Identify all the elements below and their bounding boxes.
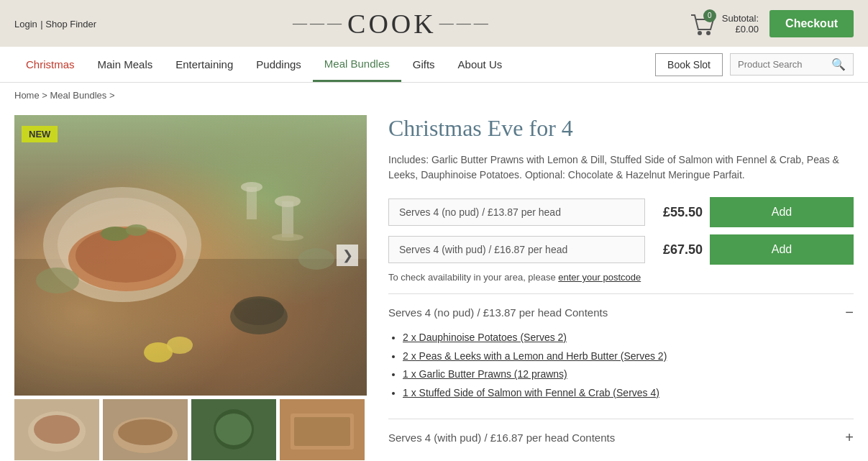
thumbnail-2[interactable] [103,399,188,460]
contents-toggle-1[interactable]: − [845,304,854,321]
search-area: 🔍 [730,53,854,76]
search-input[interactable] [738,59,831,70]
svg-rect-31 [294,417,350,446]
product-images: NEW ❯ [14,115,367,460]
nav-about-us[interactable]: About Us [447,48,514,81]
top-bar: Login | Shop Finder ——— COOK ——— 0 Subto… [0,0,868,47]
option-row-2: Serves 4 (with pud) / £16.87 per head £6… [388,234,854,265]
svg-point-25 [118,419,173,445]
contents-header-1[interactable]: Serves 4 (no pud) / £13.87 per head Cont… [388,294,854,331]
nav-meal-bundles[interactable]: Meal Bundles [313,47,401,82]
contents-title-1: Serves 4 (no pud) / £13.87 per head Cont… [388,306,608,319]
login-link[interactable]: Login [14,19,37,29]
logo-deco-right: ——— [439,15,491,32]
shop-finder-link[interactable]: Shop Finder [45,19,96,29]
breadcrumb-sep1: > [42,90,50,101]
contents-link-4[interactable]: 1 x Stuffed Side of Salmon with Fennel &… [403,387,659,398]
svg-point-11 [272,234,303,241]
nav-main-meals[interactable]: Main Meals [86,48,165,81]
subtotal-label: Subtotal: [722,13,759,24]
product-info: Christmas Eve for 4 Includes: Garlic But… [388,115,854,460]
subtotal-area: Subtotal: £0.00 [722,13,759,35]
food-photo [14,115,367,396]
option-price-2: £67.50 [652,242,703,257]
logo-deco-left: ——— [293,15,344,32]
thumb-bg-1 [14,399,99,460]
svg-point-8 [126,224,147,236]
thumb-svg-2 [103,399,188,460]
svg-point-28 [216,414,252,445]
svg-point-0 [698,31,702,35]
breadcrumb-sep2: > [109,90,115,101]
svg-point-19 [298,248,334,270]
logo-text: COOK [347,8,437,40]
food-overlay-svg [14,115,367,396]
new-badge: NEW [22,126,58,142]
svg-point-17 [234,296,284,325]
top-bar-left: Login | Shop Finder [14,17,96,30]
breadcrumb-home[interactable]: Home [14,90,40,101]
breadcrumb-meal-bundles[interactable]: Meal Bundles [50,90,107,101]
svg-point-7 [101,227,129,241]
contents-toggle-2[interactable]: + [845,429,854,446]
subtotal-value: £0.00 [736,24,759,35]
svg-rect-10 [282,201,293,237]
availability-text: To check availability in your area, plea… [388,272,854,283]
book-slot-button[interactable]: Book Slot [655,53,723,76]
nav-bar: Christmas Main Meals Entertaining Puddin… [0,47,868,83]
desc-intro: Includes: [388,154,431,165]
breadcrumb: Home > Meal Bundles > [0,83,868,108]
svg-point-18 [36,268,79,293]
desc-body: Garlic Butter Prawns with Lemon & Dill, … [388,154,839,181]
thumbnail-3[interactable] [191,399,276,460]
svg-point-15 [167,337,193,354]
cart-badge: 0 [703,9,716,22]
thumb-svg-4 [280,399,365,460]
list-item: 1 x Stuffed Side of Salmon with Fennel &… [403,386,854,401]
thumb-bg-4 [280,399,365,460]
top-bar-right: 0 Subtotal: £0.00 Checkout [687,9,854,38]
contents-link-1[interactable]: 2 x Dauphinoise Potatoes (Serves 2) [403,332,567,343]
thumb-svg-3 [191,399,276,460]
nav-gifts[interactable]: Gifts [401,48,447,81]
nav-puddings[interactable]: Puddings [245,48,313,81]
main-image: NEW ❯ [14,115,367,396]
logo: ——— COOK ——— [293,8,491,40]
nav-right: Book Slot 🔍 [655,53,854,76]
option-label-1: Serves 4 (no pud) / £13.87 per head [388,198,645,226]
list-item: 2 x Peas & Leeks with a Lemon and Herb B… [403,350,854,364]
contents-list-1: 2 x Dauphinoise Potatoes (Serves 2) 2 x … [388,331,854,415]
svg-point-22 [34,415,80,444]
product-description: Includes: Garlic Butter Prawns with Lemo… [388,152,854,183]
nav-christmas[interactable]: Christmas [14,48,86,81]
contents-title-2: Serves 4 (with pud) / £16.87 per head Co… [388,432,615,444]
svg-rect-13 [247,187,257,219]
contents-link-2[interactable]: 2 x Peas & Leeks with a Lemon and Herb B… [403,350,667,362]
contents-section-1: Serves 4 (no pud) / £13.87 per head Cont… [388,293,854,415]
product-title: Christmas Eve for 4 [388,115,854,142]
thumb-bg-3 [191,399,276,460]
add-button-2[interactable]: Add [710,234,854,265]
thumb-svg-1 [14,399,99,460]
option-label-2: Serves 4 (with pud) / £16.87 per head [388,236,645,263]
cart-icon-wrap[interactable]: 0 [687,9,716,38]
contents-link-3[interactable]: 1 x Garlic Butter Prawns (12 prawns) [403,368,567,380]
contents-section-2: Serves 4 (with pud) / £16.87 per head Co… [388,419,854,456]
add-button-1[interactable]: Add [710,197,854,227]
thumbnail-4[interactable] [280,399,365,460]
search-icon[interactable]: 🔍 [831,58,846,71]
contents-header-2[interactable]: Serves 4 (with pud) / £16.87 per head Co… [388,419,854,456]
option-price-1: £55.50 [652,205,703,220]
postcode-link[interactable]: enter your postcode [558,272,641,283]
availability-prefix: To check availability in your area, plea… [388,272,558,283]
thumbnail-1[interactable] [14,399,99,460]
image-next-arrow[interactable]: ❯ [337,245,358,266]
list-item: 2 x Dauphinoise Potatoes (Serves 2) [403,331,854,345]
nav-entertaining[interactable]: Entertaining [164,48,245,81]
thumbnails [14,399,367,460]
main-content: NEW ❯ [0,108,868,461]
option-row-1: Serves 4 (no pud) / £13.87 per head £55.… [388,197,854,227]
nav-links: Christmas Main Meals Entertaining Puddin… [14,47,655,82]
cart-area: 0 Subtotal: £0.00 [687,9,759,38]
checkout-button[interactable]: Checkout [769,10,854,37]
